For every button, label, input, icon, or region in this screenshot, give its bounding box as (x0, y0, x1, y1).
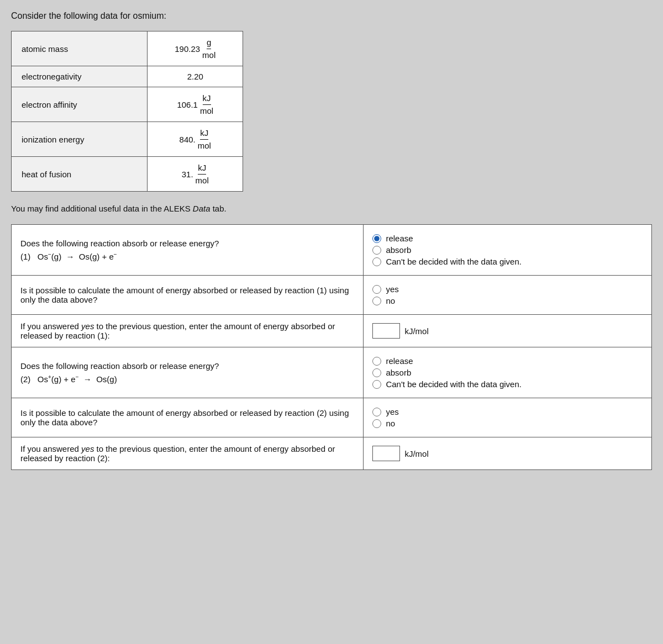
prop-value-atomic-mass: 190.23 g mol (148, 31, 243, 66)
q1-answer-cell: release absorb Can't be decided with the… (364, 225, 652, 276)
q3-question-cell: If you answered yes to the previous ques… (12, 315, 364, 347)
q1-label-release: release (386, 234, 413, 243)
q5-option-no[interactable]: no (372, 419, 643, 428)
prop-label-electron-affinity: electron affinity (12, 87, 148, 122)
q1-radio-cantdecide[interactable] (372, 257, 381, 266)
q1-reaction: (1) Os−(g) → Os(g) + e− (20, 251, 354, 261)
q1-question-text: Does the following reaction absorb or re… (20, 239, 354, 248)
q5-radio-yes[interactable] (372, 408, 381, 416)
aleks-note: You may find additional useful data in t… (11, 204, 652, 213)
q6-unit: kJ/mol (404, 449, 428, 458)
q2-label-no: no (386, 296, 395, 305)
q4-radio-cantdecide[interactable] (372, 380, 381, 389)
q3-input[interactable] (372, 323, 400, 339)
table-row-atomic-mass: atomic mass 190.23 g mol (12, 31, 243, 66)
q1-radio-release[interactable] (372, 234, 381, 243)
q4-label-cantdecide: Can't be decided with the data given. (386, 379, 522, 389)
q4-radio-absorb[interactable] (372, 368, 381, 377)
prop-label-ionization-energy: ionization energy (12, 122, 148, 157)
prop-label-heat-of-fusion: heat of fusion (12, 157, 148, 192)
q1-question-cell: Does the following reaction absorb or re… (12, 225, 364, 276)
q4-label-absorb: absorb (386, 368, 411, 377)
q4-option-cantdecide[interactable]: Can't be decided with the data given. (372, 379, 643, 389)
q1-label-cantdecide: Can't be decided with the data given. (386, 257, 522, 266)
table-row-q5: Is it possible to calculate the amount o… (12, 398, 652, 437)
q5-label-yes: yes (386, 407, 398, 416)
page-container: Consider the following data for osmium: … (11, 11, 652, 470)
q5-question-text: Is it possible to calculate the amount o… (20, 408, 354, 427)
table-row-q6: If you answered yes to the previous ques… (12, 437, 652, 470)
q6-question-cell: If you answered yes to the previous ques… (12, 437, 364, 470)
table-row-q1: Does the following reaction absorb or re… (12, 225, 652, 276)
q2-radio-no[interactable] (372, 297, 381, 305)
intro-text: Consider the following data for osmium: (11, 11, 652, 21)
q2-question-cell: Is it possible to calculate the amount o… (12, 276, 364, 315)
table-row-q2: Is it possible to calculate the amount o… (12, 276, 652, 315)
prop-value-ionization-energy: 840. kJ mol (148, 122, 243, 157)
q5-label-no: no (386, 419, 395, 428)
q4-radio-release[interactable] (372, 357, 381, 366)
q6-input-row: kJ/mol (372, 446, 643, 461)
q3-answer-cell: kJ/mol (364, 315, 652, 347)
q1-option-absorb[interactable]: absorb (372, 245, 643, 255)
q2-option-no[interactable]: no (372, 296, 643, 305)
q5-radio-no[interactable] (372, 419, 381, 428)
questions-table: Does the following reaction absorb or re… (11, 224, 652, 470)
q2-question-text: Is it possible to calculate the amount o… (20, 286, 354, 304)
q4-question-cell: Does the following reaction absorb or re… (12, 347, 364, 398)
q4-answer-cell: release absorb Can't be decided with the… (364, 347, 652, 398)
q1-option-cantdecide[interactable]: Can't be decided with the data given. (372, 257, 643, 266)
q2-radio-yes[interactable] (372, 285, 381, 294)
prop-value-heat-of-fusion: 31. kJ mol (148, 157, 243, 192)
table-row-q4: Does the following reaction absorb or re… (12, 347, 652, 398)
q3-input-row: kJ/mol (372, 323, 643, 339)
prop-label-electronegativity: electronegativity (12, 66, 148, 87)
q1-radio-absorb[interactable] (372, 246, 381, 255)
table-row-ionization-energy: ionization energy 840. kJ mol (12, 122, 243, 157)
q4-option-absorb[interactable]: absorb (372, 368, 643, 377)
q4-question-text: Does the following reaction absorb or re… (20, 361, 354, 371)
q1-label-absorb: absorb (386, 245, 411, 255)
q2-answer-cell: yes no (364, 276, 652, 315)
table-row-q3: If you answered yes to the previous ques… (12, 315, 652, 347)
q6-question-text: If you answered yes to the previous ques… (20, 444, 354, 463)
table-row-electron-affinity: electron affinity 106.1 kJ mol (12, 87, 243, 122)
q3-unit: kJ/mol (404, 326, 428, 336)
q6-answer-cell: kJ/mol (364, 437, 652, 470)
q6-input[interactable] (372, 446, 400, 461)
table-row-electronegativity: electronegativity 2.20 (12, 66, 243, 87)
q4-reaction: (2) Os+(g) + e− → Os(g) (20, 374, 354, 384)
q3-question-text: If you answered yes to the previous ques… (20, 321, 354, 340)
q5-question-cell: Is it possible to calculate the amount o… (12, 398, 364, 437)
q2-label-yes: yes (386, 284, 398, 294)
table-row-heat-of-fusion: heat of fusion 31. kJ mol (12, 157, 243, 192)
prop-value-electron-affinity: 106.1 kJ mol (148, 87, 243, 122)
prop-label-atomic-mass: atomic mass (12, 31, 148, 66)
q5-answer-cell: yes no (364, 398, 652, 437)
q2-option-yes[interactable]: yes (372, 284, 643, 294)
prop-value-electronegativity: 2.20 (148, 66, 243, 87)
q4-label-release: release (386, 356, 413, 366)
properties-table: atomic mass 190.23 g mol electronegativi… (11, 31, 243, 192)
q5-option-yes[interactable]: yes (372, 407, 643, 416)
q4-option-release[interactable]: release (372, 356, 643, 366)
q1-option-release[interactable]: release (372, 234, 643, 243)
